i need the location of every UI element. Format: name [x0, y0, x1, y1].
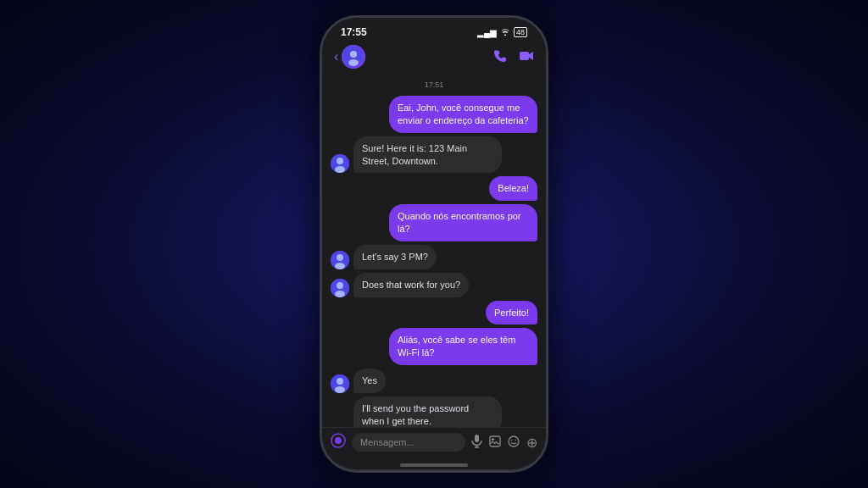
message-row: I'll send you the password when I get th…: [331, 396, 537, 427]
timestamp: 17:51: [331, 80, 537, 89]
battery-icon: 48: [514, 27, 527, 37]
video-call-icon[interactable]: [519, 50, 534, 64]
input-bar: Mensagem...: [322, 427, 546, 463]
message-input[interactable]: Mensagem...: [352, 433, 465, 452]
emoji-icon[interactable]: [508, 435, 520, 450]
sender-avatar: [331, 279, 349, 297]
svg-point-9: [335, 263, 345, 269]
svg-rect-21: [475, 435, 479, 442]
header-actions: [493, 49, 534, 65]
svg-point-15: [335, 386, 345, 393]
signal-icon: ▂▄▆: [477, 28, 497, 37]
header-left: ‹: [334, 45, 365, 69]
svg-point-20: [335, 437, 342, 444]
message-bubble: Beleza!: [489, 176, 537, 201]
status-time: 17:55: [341, 26, 367, 38]
home-indicator: [400, 463, 468, 467]
svg-point-1: [350, 51, 357, 58]
message-row: Quando nós encontramos por lá?: [331, 204, 537, 241]
message-bubble: Eai, John, você consegue me enviar o end…: [389, 96, 537, 133]
message-row: Beleza!: [331, 176, 537, 201]
messages-area[interactable]: 17:51 Eai, John, você consegue me enviar…: [322, 75, 546, 427]
svg-point-11: [337, 282, 343, 289]
svg-rect-24: [490, 436, 500, 446]
image-icon[interactable]: [489, 435, 501, 450]
svg-point-8: [337, 254, 343, 261]
mic-icon[interactable]: [471, 435, 482, 451]
phone-frame: 17:55 ▂▄▆ 48 ‹: [320, 15, 548, 473]
chat-header: ‹: [322, 42, 546, 75]
svg-point-12: [335, 291, 345, 297]
sender-avatar: [331, 251, 349, 269]
message-bubble: Let's say 3 PM?: [353, 245, 437, 269]
phone-call-icon[interactable]: [493, 49, 507, 65]
input-placeholder: Mensagem...: [360, 437, 415, 447]
message-bubble: Quando nós encontramos por lá?: [389, 204, 537, 241]
message-row: Does that work for you?: [331, 273, 537, 297]
message-bubble: Yes: [353, 369, 386, 393]
sender-avatar: [331, 154, 349, 173]
status-icons: ▂▄▆ 48: [477, 27, 527, 37]
input-actions: ⊕: [471, 435, 537, 451]
message-bubble: Perfeito!: [486, 301, 537, 325]
contact-avatar[interactable]: [342, 45, 365, 69]
back-button[interactable]: ‹: [334, 49, 338, 64]
svg-point-6: [335, 166, 345, 173]
message-row: Eai, John, você consegue me enviar o end…: [331, 96, 537, 133]
message-row: Let's say 3 PM?: [331, 245, 537, 269]
message-bubble: I'll send you the password when I get th…: [353, 396, 502, 427]
avatar-image: [342, 45, 365, 69]
message-bubble: Aliás, você sabe se eles têm Wi-Fi lá?: [389, 328, 537, 365]
svg-point-25: [492, 438, 494, 441]
wifi-icon: [500, 28, 510, 37]
message-bubble: Sure! Here it is: 123 Main Street, Downt…: [353, 136, 502, 174]
svg-point-2: [348, 59, 359, 66]
camera-icon[interactable]: [331, 433, 346, 452]
svg-rect-3: [520, 52, 529, 60]
message-row: Aliás, você sabe se eles têm Wi-Fi lá?: [331, 328, 537, 365]
svg-point-26: [509, 436, 519, 446]
svg-point-27: [511, 439, 513, 441]
message-bubble: Does that work for you?: [353, 273, 469, 297]
message-row: Perfeito!: [331, 301, 537, 325]
add-icon[interactable]: ⊕: [526, 435, 537, 451]
status-bar: 17:55 ▂▄▆ 48: [322, 18, 546, 42]
svg-point-14: [337, 378, 343, 385]
message-row: Yes: [331, 369, 537, 393]
svg-point-28: [515, 439, 517, 441]
sender-avatar: [331, 374, 349, 393]
svg-point-5: [337, 158, 343, 164]
message-row: Sure! Here it is: 123 Main Street, Downt…: [331, 136, 537, 174]
